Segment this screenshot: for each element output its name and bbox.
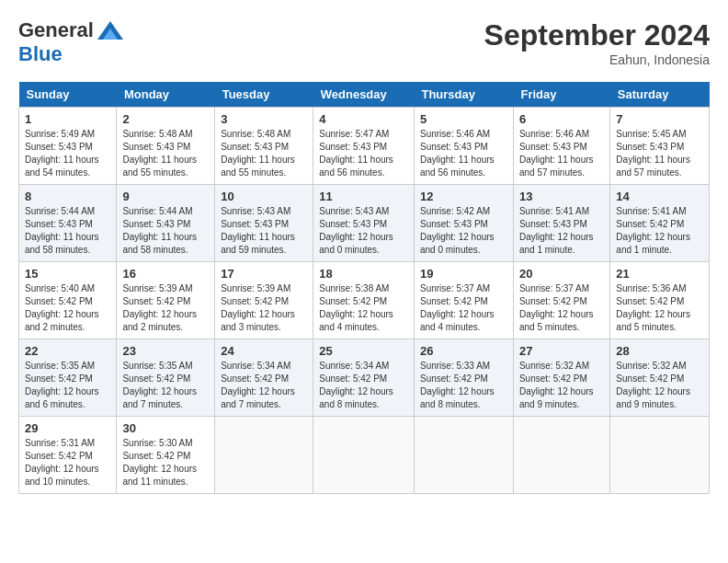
calendar-cell: 15Sunrise: 5:40 AMSunset: 5:42 PMDayligh… xyxy=(19,262,117,339)
day-number: 28 xyxy=(616,344,703,358)
day-number: 7 xyxy=(616,112,703,126)
title-section: September 2024 Eahun, Indonesia xyxy=(484,18,710,67)
day-number: 15 xyxy=(25,267,110,281)
logo-icon xyxy=(97,21,123,40)
day-header-wednesday: Wednesday xyxy=(313,82,415,108)
day-info: Sunrise: 5:46 AMSunset: 5:43 PMDaylight:… xyxy=(519,128,604,179)
day-info: Sunrise: 5:42 AMSunset: 5:43 PMDaylight:… xyxy=(420,205,507,257)
calendar-table: SundayMondayTuesdayWednesdayThursdayFrid… xyxy=(18,82,710,494)
calendar-cell: 6Sunrise: 5:46 AMSunset: 5:43 PMDaylight… xyxy=(513,108,609,185)
logo-blue-text: Blue xyxy=(18,42,63,66)
day-info: Sunrise: 5:30 AMSunset: 5:42 PMDaylight:… xyxy=(122,437,209,488)
logo-general-text: General xyxy=(18,18,94,42)
calendar-cell: 26Sunrise: 5:33 AMSunset: 5:42 PMDayligh… xyxy=(414,339,513,417)
logo: General Blue xyxy=(18,18,123,66)
calendar-cell: 8Sunrise: 5:44 AMSunset: 5:43 PMDaylight… xyxy=(19,185,117,262)
day-number: 11 xyxy=(319,190,408,203)
calendar-cell: 3Sunrise: 5:48 AMSunset: 5:43 PMDaylight… xyxy=(215,108,313,185)
day-header-tuesday: Tuesday xyxy=(215,82,313,108)
calendar-cell: 14Sunrise: 5:41 AMSunset: 5:42 PMDayligh… xyxy=(610,185,710,262)
day-number: 19 xyxy=(420,267,507,281)
calendar-cell: 12Sunrise: 5:42 AMSunset: 5:43 PMDayligh… xyxy=(414,185,513,262)
calendar-cell: 25Sunrise: 5:34 AMSunset: 5:42 PMDayligh… xyxy=(313,339,415,417)
day-number: 9 xyxy=(122,190,209,203)
calendar-cell xyxy=(513,417,609,494)
day-number: 21 xyxy=(616,267,703,281)
day-number: 12 xyxy=(420,190,507,203)
day-header-sunday: Sunday xyxy=(19,82,117,108)
calendar-cell: 4Sunrise: 5:47 AMSunset: 5:43 PMDaylight… xyxy=(313,108,415,185)
day-number: 8 xyxy=(25,190,110,203)
day-number: 2 xyxy=(122,112,209,126)
day-info: Sunrise: 5:34 AMSunset: 5:42 PMDaylight:… xyxy=(221,360,307,411)
day-info: Sunrise: 5:37 AMSunset: 5:42 PMDaylight:… xyxy=(420,282,507,334)
calendar-header-row: SundayMondayTuesdayWednesdayThursdayFrid… xyxy=(19,82,710,108)
day-number: 18 xyxy=(319,267,408,281)
day-number: 16 xyxy=(122,267,209,281)
day-header-monday: Monday xyxy=(117,82,215,108)
calendar-cell: 2Sunrise: 5:48 AMSunset: 5:43 PMDaylight… xyxy=(117,108,215,185)
month-title: September 2024 xyxy=(484,18,710,52)
calendar-cell: 29Sunrise: 5:31 AMSunset: 5:42 PMDayligh… xyxy=(19,417,117,494)
day-header-saturday: Saturday xyxy=(610,82,710,108)
calendar-cell xyxy=(610,417,710,494)
day-info: Sunrise: 5:44 AMSunset: 5:43 PMDaylight:… xyxy=(25,205,110,257)
day-info: Sunrise: 5:41 AMSunset: 5:42 PMDaylight:… xyxy=(616,205,703,257)
calendar-cell: 30Sunrise: 5:30 AMSunset: 5:42 PMDayligh… xyxy=(117,417,215,494)
day-number: 4 xyxy=(319,112,408,126)
calendar-cell: 1Sunrise: 5:49 AMSunset: 5:43 PMDaylight… xyxy=(19,108,117,185)
day-number: 3 xyxy=(221,112,307,126)
calendar-cell: 5Sunrise: 5:46 AMSunset: 5:43 PMDaylight… xyxy=(414,108,513,185)
day-info: Sunrise: 5:39 AMSunset: 5:42 PMDaylight:… xyxy=(122,282,209,334)
calendar-cell: 22Sunrise: 5:35 AMSunset: 5:42 PMDayligh… xyxy=(19,339,117,417)
day-number: 25 xyxy=(319,344,408,358)
day-number: 5 xyxy=(420,112,507,126)
calendar-cell: 21Sunrise: 5:36 AMSunset: 5:42 PMDayligh… xyxy=(610,262,710,339)
calendar-cell: 19Sunrise: 5:37 AMSunset: 5:42 PMDayligh… xyxy=(414,262,513,339)
day-number: 6 xyxy=(519,112,604,126)
day-info: Sunrise: 5:35 AMSunset: 5:42 PMDaylight:… xyxy=(25,360,110,411)
day-number: 27 xyxy=(519,344,604,358)
calendar-cell: 28Sunrise: 5:32 AMSunset: 5:42 PMDayligh… xyxy=(610,339,710,417)
day-info: Sunrise: 5:44 AMSunset: 5:43 PMDaylight:… xyxy=(122,205,209,257)
day-number: 30 xyxy=(122,421,209,435)
calendar-week-row: 8Sunrise: 5:44 AMSunset: 5:43 PMDaylight… xyxy=(19,185,710,262)
day-number: 10 xyxy=(221,190,307,203)
day-info: Sunrise: 5:49 AMSunset: 5:43 PMDaylight:… xyxy=(25,128,110,179)
calendar-cell xyxy=(215,417,313,494)
day-info: Sunrise: 5:39 AMSunset: 5:42 PMDaylight:… xyxy=(221,282,307,334)
day-info: Sunrise: 5:47 AMSunset: 5:43 PMDaylight:… xyxy=(319,128,408,179)
calendar-cell: 23Sunrise: 5:35 AMSunset: 5:42 PMDayligh… xyxy=(117,339,215,417)
day-info: Sunrise: 5:36 AMSunset: 5:42 PMDaylight:… xyxy=(616,282,703,334)
day-info: Sunrise: 5:41 AMSunset: 5:43 PMDaylight:… xyxy=(519,205,604,257)
calendar-week-row: 22Sunrise: 5:35 AMSunset: 5:42 PMDayligh… xyxy=(19,339,710,417)
calendar-week-row: 15Sunrise: 5:40 AMSunset: 5:42 PMDayligh… xyxy=(19,262,710,339)
calendar-cell xyxy=(414,417,513,494)
day-info: Sunrise: 5:33 AMSunset: 5:42 PMDaylight:… xyxy=(420,360,507,411)
day-info: Sunrise: 5:45 AMSunset: 5:43 PMDaylight:… xyxy=(616,128,703,179)
calendar-cell: 18Sunrise: 5:38 AMSunset: 5:42 PMDayligh… xyxy=(313,262,415,339)
day-number: 29 xyxy=(25,421,110,435)
calendar-week-row: 29Sunrise: 5:31 AMSunset: 5:42 PMDayligh… xyxy=(19,417,710,494)
day-info: Sunrise: 5:46 AMSunset: 5:43 PMDaylight:… xyxy=(420,128,507,179)
calendar-cell: 7Sunrise: 5:45 AMSunset: 5:43 PMDaylight… xyxy=(610,108,710,185)
day-number: 14 xyxy=(616,190,703,203)
day-info: Sunrise: 5:38 AMSunset: 5:42 PMDaylight:… xyxy=(319,282,408,334)
day-info: Sunrise: 5:40 AMSunset: 5:42 PMDaylight:… xyxy=(25,282,110,334)
day-info: Sunrise: 5:43 AMSunset: 5:43 PMDaylight:… xyxy=(221,205,307,257)
calendar-cell: 10Sunrise: 5:43 AMSunset: 5:43 PMDayligh… xyxy=(215,185,313,262)
day-info: Sunrise: 5:34 AMSunset: 5:42 PMDaylight:… xyxy=(319,360,408,411)
day-info: Sunrise: 5:48 AMSunset: 5:43 PMDaylight:… xyxy=(122,128,209,179)
day-info: Sunrise: 5:48 AMSunset: 5:43 PMDaylight:… xyxy=(221,128,307,179)
calendar-cell: 17Sunrise: 5:39 AMSunset: 5:42 PMDayligh… xyxy=(215,262,313,339)
day-number: 22 xyxy=(25,344,110,358)
calendar-cell: 13Sunrise: 5:41 AMSunset: 5:43 PMDayligh… xyxy=(513,185,609,262)
location-text: Eahun, Indonesia xyxy=(484,52,710,67)
calendar-cell: 27Sunrise: 5:32 AMSunset: 5:42 PMDayligh… xyxy=(513,339,609,417)
calendar-cell: 16Sunrise: 5:39 AMSunset: 5:42 PMDayligh… xyxy=(117,262,215,339)
day-info: Sunrise: 5:37 AMSunset: 5:42 PMDaylight:… xyxy=(519,282,604,334)
day-header-thursday: Thursday xyxy=(414,82,513,108)
day-number: 26 xyxy=(420,344,507,358)
day-number: 20 xyxy=(519,267,604,281)
day-number: 17 xyxy=(221,267,307,281)
